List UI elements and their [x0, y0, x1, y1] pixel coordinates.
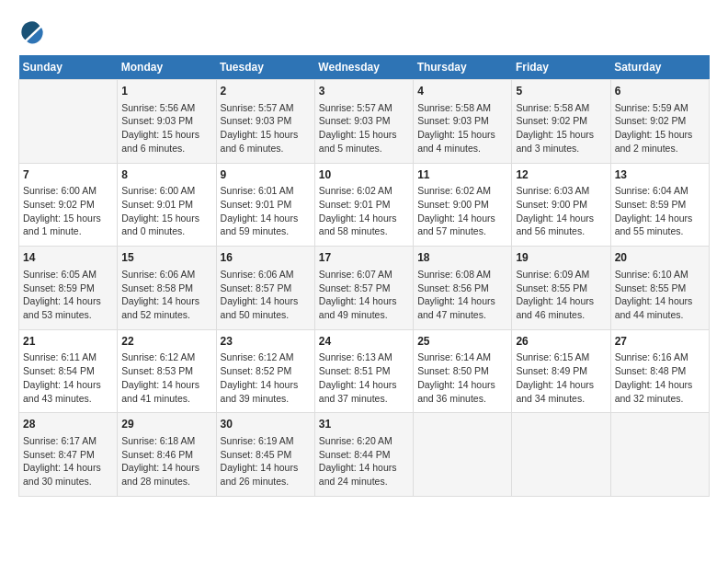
day-number: 23	[221, 334, 311, 350]
calendar-cell: 22Sunrise: 6:12 AMSunset: 8:53 PMDayligh…	[118, 329, 216, 413]
calendar-cell: 13Sunrise: 6:04 AMSunset: 8:59 PMDayligh…	[610, 163, 709, 247]
cell-info: Sunrise: 5:56 AMSunset: 9:03 PMDaylight:…	[121, 101, 211, 155]
day-number: 13	[615, 167, 705, 183]
cell-info: Sunrise: 6:09 AMSunset: 8:55 PMDaylight:…	[516, 268, 606, 322]
cell-info: Sunrise: 6:15 AMSunset: 8:49 PMDaylight:…	[516, 350, 606, 405]
day-number: 27	[615, 334, 705, 350]
week-row-3: 14Sunrise: 6:05 AMSunset: 8:59 PMDayligh…	[19, 247, 710, 330]
calendar-cell: 17Sunrise: 6:07 AMSunset: 8:57 PMDayligh…	[314, 247, 413, 330]
calendar-cell: 14Sunrise: 6:05 AMSunset: 8:59 PMDayligh…	[19, 247, 118, 330]
cell-info: Sunrise: 6:08 AMSunset: 8:56 PMDaylight:…	[417, 268, 507, 322]
day-number: 14	[23, 250, 113, 266]
day-number: 29	[121, 417, 211, 432]
calendar-cell: 2Sunrise: 5:57 AMSunset: 9:03 PMDaylight…	[216, 80, 314, 164]
calendar-cell: 7Sunrise: 6:00 AMSunset: 9:02 PMDaylight…	[19, 163, 118, 247]
calendar-cell: 9Sunrise: 6:01 AMSunset: 9:01 PMDaylight…	[216, 163, 314, 247]
calendar-cell: 15Sunrise: 6:06 AMSunset: 8:58 PMDayligh…	[118, 247, 216, 330]
cell-info: Sunrise: 6:02 AMSunset: 9:01 PMDaylight:…	[319, 184, 409, 238]
day-number: 5	[516, 84, 606, 99]
day-number: 22	[121, 334, 211, 350]
weekday-header-wednesday: Wednesday	[314, 55, 413, 80]
weekday-header-friday: Friday	[512, 55, 610, 80]
cell-info: Sunrise: 5:59 AMSunset: 9:02 PMDaylight:…	[615, 101, 705, 155]
calendar-cell: 29Sunrise: 6:18 AMSunset: 8:46 PMDayligh…	[118, 413, 216, 497]
week-row-4: 21Sunrise: 6:11 AMSunset: 8:54 PMDayligh…	[19, 329, 710, 413]
calendar-cell	[414, 413, 512, 497]
cell-info: Sunrise: 6:18 AMSunset: 8:46 PMDaylight:…	[121, 434, 211, 488]
day-number: 8	[121, 167, 211, 183]
cell-info: Sunrise: 6:12 AMSunset: 8:53 PMDaylight:…	[121, 350, 211, 405]
calendar-cell: 18Sunrise: 6:08 AMSunset: 8:56 PMDayligh…	[414, 247, 512, 330]
cell-info: Sunrise: 6:00 AMSunset: 9:02 PMDaylight:…	[23, 184, 113, 238]
calendar-cell: 26Sunrise: 6:15 AMSunset: 8:49 PMDayligh…	[512, 329, 610, 413]
calendar-cell: 20Sunrise: 6:10 AMSunset: 8:55 PMDayligh…	[610, 247, 709, 330]
cell-info: Sunrise: 5:57 AMSunset: 9:03 PMDaylight:…	[221, 101, 311, 155]
day-number: 11	[417, 167, 507, 183]
calendar-table: SundayMondayTuesdayWednesdayThursdayFrid…	[18, 55, 710, 497]
cell-info: Sunrise: 6:20 AMSunset: 8:44 PMDaylight:…	[319, 434, 409, 488]
weekday-header-row: SundayMondayTuesdayWednesdayThursdayFrid…	[19, 55, 710, 80]
week-row-1: 1Sunrise: 5:56 AMSunset: 9:03 PMDaylight…	[19, 80, 710, 164]
weekday-header-tuesday: Tuesday	[216, 55, 314, 80]
day-number: 26	[516, 334, 606, 350]
cell-info: Sunrise: 6:07 AMSunset: 8:57 PMDaylight:…	[319, 268, 409, 322]
day-number: 10	[319, 167, 409, 183]
weekday-header-saturday: Saturday	[610, 55, 709, 80]
day-number: 12	[516, 167, 606, 183]
calendar-cell: 3Sunrise: 5:57 AMSunset: 9:03 PMDaylight…	[314, 80, 413, 164]
calendar-cell: 25Sunrise: 6:14 AMSunset: 8:50 PMDayligh…	[414, 329, 512, 413]
cell-info: Sunrise: 6:02 AMSunset: 9:00 PMDaylight:…	[417, 184, 507, 238]
day-number: 28	[23, 417, 113, 432]
calendar-cell: 5Sunrise: 5:58 AMSunset: 9:02 PMDaylight…	[512, 80, 610, 164]
day-number: 7	[23, 167, 113, 183]
calendar-cell	[19, 80, 118, 164]
calendar-cell	[512, 413, 610, 497]
calendar-cell: 23Sunrise: 6:12 AMSunset: 8:52 PMDayligh…	[216, 329, 314, 413]
weekday-header-thursday: Thursday	[414, 55, 512, 80]
day-number: 19	[516, 250, 606, 266]
day-number: 31	[319, 417, 409, 432]
calendar-cell: 4Sunrise: 5:58 AMSunset: 9:03 PMDaylight…	[414, 80, 512, 164]
day-number: 30	[221, 417, 311, 432]
cell-info: Sunrise: 6:11 AMSunset: 8:54 PMDaylight:…	[23, 350, 113, 405]
cell-info: Sunrise: 6:17 AMSunset: 8:47 PMDaylight:…	[23, 434, 113, 488]
calendar-cell: 11Sunrise: 6:02 AMSunset: 9:00 PMDayligh…	[414, 163, 512, 247]
calendar-cell: 19Sunrise: 6:09 AMSunset: 8:55 PMDayligh…	[512, 247, 610, 330]
logo	[18, 18, 50, 46]
day-number: 18	[417, 250, 507, 266]
day-number: 17	[319, 250, 409, 266]
day-number: 15	[121, 250, 211, 266]
day-number: 25	[417, 334, 507, 350]
calendar-cell: 31Sunrise: 6:20 AMSunset: 8:44 PMDayligh…	[314, 413, 413, 497]
calendar-cell: 24Sunrise: 6:13 AMSunset: 8:51 PMDayligh…	[314, 329, 413, 413]
calendar-cell: 21Sunrise: 6:11 AMSunset: 8:54 PMDayligh…	[19, 329, 118, 413]
day-number: 3	[319, 84, 409, 99]
day-number: 20	[615, 250, 705, 266]
calendar-cell: 8Sunrise: 6:00 AMSunset: 9:01 PMDaylight…	[118, 163, 216, 247]
calendar-cell: 27Sunrise: 6:16 AMSunset: 8:48 PMDayligh…	[610, 329, 709, 413]
cell-info: Sunrise: 6:19 AMSunset: 8:45 PMDaylight:…	[221, 434, 311, 488]
cell-info: Sunrise: 6:01 AMSunset: 9:01 PMDaylight:…	[221, 184, 311, 238]
cell-info: Sunrise: 5:58 AMSunset: 9:02 PMDaylight:…	[516, 101, 606, 155]
calendar-cell: 12Sunrise: 6:03 AMSunset: 9:00 PMDayligh…	[512, 163, 610, 247]
day-number: 1	[121, 84, 211, 99]
week-row-2: 7Sunrise: 6:00 AMSunset: 9:02 PMDaylight…	[19, 163, 710, 247]
cell-info: Sunrise: 6:12 AMSunset: 8:52 PMDaylight:…	[221, 350, 311, 405]
day-number: 6	[615, 84, 705, 99]
day-number: 4	[417, 84, 507, 99]
weekday-header-monday: Monday	[118, 55, 216, 80]
cell-info: Sunrise: 6:06 AMSunset: 8:57 PMDaylight:…	[221, 268, 311, 322]
day-number: 21	[23, 334, 113, 350]
cell-info: Sunrise: 6:13 AMSunset: 8:51 PMDaylight:…	[319, 350, 409, 405]
calendar-cell: 16Sunrise: 6:06 AMSunset: 8:57 PMDayligh…	[216, 247, 314, 330]
cell-info: Sunrise: 6:10 AMSunset: 8:55 PMDaylight:…	[615, 268, 705, 322]
day-number: 24	[319, 334, 409, 350]
weekday-header-sunday: Sunday	[19, 55, 118, 80]
cell-info: Sunrise: 6:14 AMSunset: 8:50 PMDaylight:…	[417, 350, 507, 405]
cell-info: Sunrise: 5:57 AMSunset: 9:03 PMDaylight:…	[319, 101, 409, 155]
calendar-cell: 10Sunrise: 6:02 AMSunset: 9:01 PMDayligh…	[314, 163, 413, 247]
page-header	[18, 18, 710, 46]
calendar-cell: 6Sunrise: 5:59 AMSunset: 9:02 PMDaylight…	[610, 80, 709, 164]
week-row-5: 28Sunrise: 6:17 AMSunset: 8:47 PMDayligh…	[19, 413, 710, 497]
cell-info: Sunrise: 6:05 AMSunset: 8:59 PMDaylight:…	[23, 268, 113, 322]
